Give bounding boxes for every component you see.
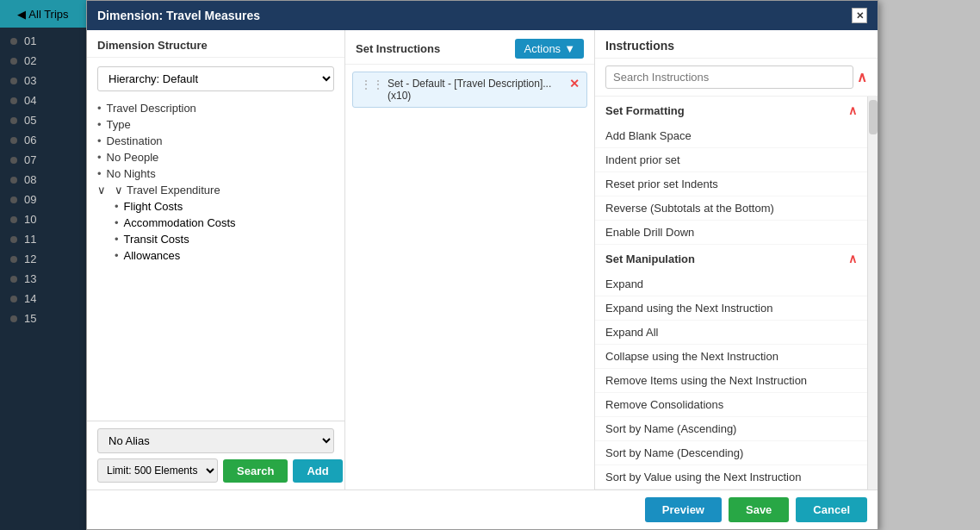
set-instructions-label: Set Instructions: [356, 42, 440, 55]
dot-icon: [10, 157, 17, 164]
list-item[interactable]: 08: [0, 170, 86, 190]
set-instructions-panel: Set Instructions Actions ▼ ⋮⋮ Set - Defa…: [345, 30, 595, 489]
add-button[interactable]: Add: [293, 459, 342, 483]
instruction-collapse-next[interactable]: Collapse using the Next Instruction: [595, 345, 867, 369]
set-item-remove-button[interactable]: ✕: [569, 78, 580, 90]
dimension-structure-header: Dimension Structure: [87, 30, 344, 58]
list-item[interactable]: 01: [0, 31, 86, 51]
tree-item-accommodation-costs[interactable]: Accommodation Costs: [115, 215, 334, 231]
dimension-panel-footer: No Alias Limit: 500 Elements Search Add: [87, 421, 344, 489]
instruction-enable-drill-down[interactable]: Enable Drill Down: [595, 221, 867, 245]
instruction-expand-all[interactable]: Expand All: [595, 321, 867, 345]
tree-item-destination[interactable]: Destination: [97, 133, 334, 149]
list-item[interactable]: 15: [0, 309, 86, 328]
instruction-sort-name-asc[interactable]: Sort by Name (Ascending): [595, 417, 867, 441]
save-button[interactable]: Save: [729, 497, 789, 522]
set-manipulation-section-header: Set Manipulation ∧: [595, 245, 867, 272]
instruction-sort-name-desc[interactable]: Sort by Name (Descending): [595, 441, 867, 465]
preview-button[interactable]: Preview: [645, 497, 722, 522]
hierarchy-select[interactable]: Hierarchy: Default: [97, 66, 334, 91]
dot-icon: [10, 276, 17, 283]
dialog-container: Dimension: Travel Measures ✕ Dimension S…: [86, 0, 980, 530]
dot-icon: [10, 78, 17, 84]
dot-icon: [10, 256, 17, 263]
dimension-dialog: Dimension: Travel Measures ✕ Dimension S…: [86, 0, 878, 530]
dialog-title: Dimension: Travel Measures: [97, 9, 260, 22]
scrollbar-track[interactable]: [867, 97, 878, 489]
set-item[interactable]: ⋮⋮ Set - Default - [Travel Description].…: [352, 72, 587, 108]
instruction-expand[interactable]: Expand: [595, 272, 867, 296]
cancel-button[interactable]: Cancel: [796, 497, 867, 522]
list-item[interactable]: 07: [0, 150, 86, 170]
dot-icon: [10, 236, 17, 243]
set-item-text: Set - Default - [Travel Description]... …: [388, 78, 566, 102]
dot-icon: [10, 216, 17, 223]
tree-list: Travel Description Type Destination No P…: [97, 100, 334, 198]
instructions-content: Set Formatting ∧ Add Blank Space Indent …: [595, 97, 867, 489]
instruction-add-blank-space[interactable]: Add Blank Space: [595, 124, 867, 148]
drag-handle-icon[interactable]: ⋮⋮: [360, 78, 384, 91]
dot-icon: [10, 137, 17, 144]
list-item[interactable]: 14: [0, 289, 86, 309]
list-item[interactable]: 10: [0, 209, 86, 229]
list-item[interactable]: 13: [0, 269, 86, 289]
dot-icon: [10, 97, 17, 104]
instruction-expand-next[interactable]: Expand using the Next Instruction: [595, 296, 867, 321]
instruction-indent-prior-set[interactable]: Indent prior set: [595, 148, 867, 172]
instructions-collapse-button[interactable]: ∧: [857, 69, 867, 85]
dot-icon: [10, 58, 17, 65]
sidebar-list: 01 02 03 04 05 06 07 08 09 10 11 12 13 1…: [0, 28, 86, 332]
tree-item-allowances[interactable]: Allowances: [115, 247, 334, 264]
set-formatting-label: Set Formatting: [605, 104, 685, 117]
instructions-search-area: ∧: [595, 59, 878, 97]
tree-item-transit-costs[interactable]: Transit Costs: [115, 231, 334, 247]
all-trips-btn[interactable]: ◀ All Trips: [0, 0, 86, 28]
actions-button[interactable]: Actions ▼: [515, 39, 584, 59]
close-button[interactable]: ✕: [852, 8, 867, 23]
set-instructions-list: ⋮⋮ Set - Default - [Travel Description].…: [345, 65, 594, 489]
tree-children-expenditure: Flight Costs Accommodation Costs Transit…: [97, 198, 334, 264]
footer-row: Limit: 500 Elements Search Add: [97, 458, 334, 483]
tree-item-flight-costs[interactable]: Flight Costs: [115, 198, 334, 215]
limit-select[interactable]: Limit: 500 Elements: [97, 458, 218, 483]
instructions-header: Instructions: [595, 30, 878, 59]
dot-icon: [10, 177, 17, 184]
dot-icon: [10, 117, 17, 124]
instruction-remove-items-next[interactable]: Remove Items using the Next Instruction: [595, 369, 867, 393]
list-item[interactable]: 09: [0, 190, 86, 209]
set-formatting-collapse-button[interactable]: ∧: [848, 103, 857, 117]
instruction-reset-prior-set-indents[interactable]: Reset prior set Indents: [595, 172, 867, 196]
tree-item-type[interactable]: Type: [97, 116, 334, 133]
dialog-body: Dimension Structure Hierarchy: Default T…: [87, 30, 878, 489]
dimension-structure-panel: Dimension Structure Hierarchy: Default T…: [87, 30, 345, 489]
set-manipulation-collapse-button[interactable]: ∧: [848, 252, 857, 265]
list-item[interactable]: 05: [0, 110, 86, 130]
tree-item-no-people[interactable]: No People: [97, 149, 334, 165]
scrollbar-thumb[interactable]: [869, 100, 878, 134]
instruction-remove-consolidations[interactable]: Remove Consolidations: [595, 393, 867, 417]
list-item[interactable]: 11: [0, 229, 86, 249]
list-item[interactable]: 04: [0, 90, 86, 110]
instructions-panel: Instructions ∧ Set Formatting ∧ Add Blan…: [595, 30, 878, 489]
instruction-reverse-subtotals[interactable]: Reverse (Subtotals at the Bottom): [595, 196, 867, 221]
dot-icon: [10, 296, 17, 302]
list-item[interactable]: 12: [0, 249, 86, 269]
list-item[interactable]: 02: [0, 51, 86, 71]
dialog-title-bar: Dimension: Travel Measures ✕: [87, 1, 878, 30]
set-manipulation-label: Set Manipulation: [605, 253, 695, 265]
list-item[interactable]: 06: [0, 130, 86, 150]
tree-item-travel-expenditure[interactable]: ∨ Travel Expenditure: [97, 182, 334, 198]
actions-chevron: ▼: [564, 42, 575, 55]
list-item[interactable]: 03: [0, 71, 86, 90]
alias-select[interactable]: No Alias: [97, 428, 334, 453]
tree-item-no-nights[interactable]: No Nights: [97, 165, 334, 182]
search-button[interactable]: Search: [223, 459, 288, 483]
dot-icon: [10, 315, 17, 322]
all-trips-label: ◀ All Trips: [17, 8, 68, 21]
tree-item-travel-description[interactable]: Travel Description: [97, 100, 334, 116]
dimension-structure-content: Hierarchy: Default Travel Description Ty…: [87, 58, 344, 421]
dialog-footer: Preview Save Cancel: [87, 489, 878, 529]
search-instructions-input[interactable]: [605, 65, 853, 89]
dot-icon: [10, 38, 17, 45]
instruction-sort-value-next[interactable]: Sort by Value using the Next Instruction: [595, 465, 867, 489]
